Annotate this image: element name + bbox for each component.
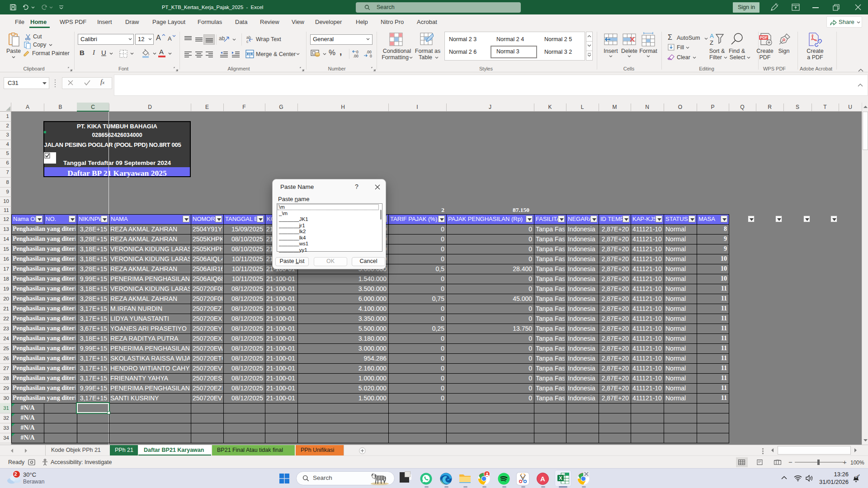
svg-text:A: A [710, 33, 714, 39]
svg-text:.00: .00 [353, 54, 359, 58]
svg-text:z: z [855, 475, 857, 479]
svg-text:0: 0 [370, 54, 372, 58]
svg-text:X: X [559, 475, 562, 481]
svg-text:A: A [540, 475, 545, 483]
svg-text:c: c [246, 39, 249, 43]
svg-text:z: z [859, 474, 860, 476]
svg-text:PDF: PDF [760, 35, 768, 40]
svg-text:Z: Z [710, 39, 713, 46]
